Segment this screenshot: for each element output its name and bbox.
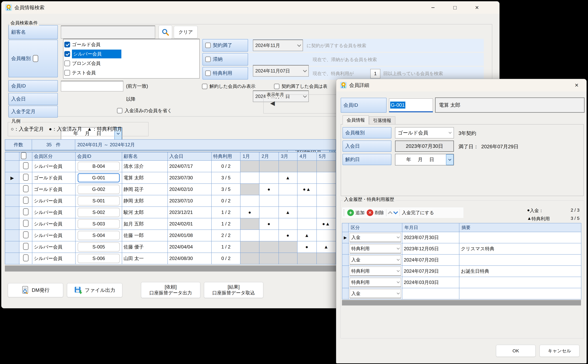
delete-button[interactable]: ✕ 削除 bbox=[367, 209, 384, 216]
history-date-cell[interactable]: 2024年07月20日 bbox=[402, 254, 459, 266]
member-id-cell[interactable]: S-006 bbox=[75, 253, 122, 264]
contract-end-checkbox[interactable] bbox=[205, 43, 211, 48]
history-kind-combo[interactable]: 特典利用 bbox=[350, 266, 401, 276]
cancel-button[interactable]: キャンセル bbox=[539, 345, 580, 357]
benefit-checkbox-box[interactable]: 特典利用 bbox=[203, 67, 248, 79]
row-checkbox-cell[interactable] bbox=[19, 218, 32, 230]
row-checkbox-cell[interactable] bbox=[19, 172, 32, 184]
row-checkbox[interactable] bbox=[23, 231, 28, 238]
row-checkbox[interactable] bbox=[23, 197, 28, 204]
row-selector[interactable] bbox=[5, 207, 19, 218]
history-kind-combo[interactable]: 入金 bbox=[350, 289, 401, 298]
table-row[interactable]: シルバー会員S-003如月 五郎2024/02/011 / 2●●▲ bbox=[5, 218, 336, 230]
row-checkbox-cell[interactable] bbox=[19, 195, 32, 207]
row-checkbox-cell[interactable] bbox=[19, 230, 32, 241]
history-row[interactable]: 入金 bbox=[342, 288, 581, 299]
history-row-selector[interactable] bbox=[342, 266, 349, 277]
detail-cancel-combo[interactable]: 年 月 日 bbox=[395, 154, 454, 165]
history-column-header-1[interactable]: 年月日 bbox=[402, 223, 459, 232]
row-checkbox-cell[interactable] bbox=[19, 207, 32, 218]
complete-payment-button[interactable]: 入金完了にする bbox=[402, 210, 434, 216]
cancelled-only-checkbox-row[interactable]: 解約した会員のみ表示 bbox=[202, 83, 256, 90]
history-row[interactable]: 特典利用2024年07月29日お誕生日特典 bbox=[342, 266, 581, 277]
member-id-button[interactable]: S-002 bbox=[78, 208, 119, 217]
move-up-icon[interactable] bbox=[388, 211, 392, 216]
contract-end-checkbox-box[interactable]: 契約満了 bbox=[203, 39, 248, 52]
history-date-cell[interactable]: 2023年07月30日 bbox=[402, 232, 459, 243]
member-type-option-0[interactable]: ゴールド会員 bbox=[64, 40, 198, 49]
history-note-cell[interactable]: クリスマス特典 bbox=[459, 243, 581, 254]
member-type-option-1[interactable]: シルバー会員 bbox=[64, 49, 198, 59]
column-header-9[interactable]: 5月 bbox=[317, 152, 336, 161]
member-id-button[interactable]: B-004 bbox=[78, 162, 119, 171]
member-id-cell[interactable]: S-005 bbox=[75, 241, 122, 253]
column-header-7[interactable]: 3月 bbox=[279, 152, 297, 161]
file-export-button[interactable]: ファイル出力 bbox=[67, 283, 122, 297]
row-checkbox[interactable] bbox=[23, 185, 28, 192]
row-selector[interactable] bbox=[5, 195, 19, 207]
history-row[interactable]: 特典利用2024年03月03日 bbox=[342, 277, 581, 288]
column-header-4[interactable]: 特典利用 bbox=[211, 152, 240, 161]
clear-button[interactable]: クリア bbox=[174, 26, 198, 39]
benefit-count-input[interactable]: 1 bbox=[370, 69, 380, 78]
member-type-option-checkbox[interactable] bbox=[64, 70, 70, 76]
row-checkbox-cell[interactable] bbox=[19, 241, 32, 253]
history-kind-cell[interactable]: 入金 bbox=[349, 254, 402, 266]
current-row-marker[interactable]: ▶ bbox=[5, 172, 19, 184]
member-id-button[interactable]: S-004 bbox=[78, 231, 119, 240]
column-header-8[interactable]: 4月 bbox=[297, 152, 317, 161]
history-row[interactable]: 入金2024年07月20日 bbox=[342, 254, 581, 266]
row-checkbox[interactable] bbox=[23, 243, 28, 250]
member-id-button[interactable]: G-001 bbox=[78, 173, 119, 182]
history-note-cell[interactable] bbox=[459, 232, 581, 243]
history-kind-cell[interactable]: 特典利用 bbox=[349, 266, 402, 277]
debit-request-button[interactable]: [依頼] 口座振替データ出力 bbox=[141, 282, 200, 298]
horizontal-scrollbar[interactable] bbox=[5, 266, 336, 272]
row-selector[interactable] bbox=[5, 184, 19, 195]
history-row[interactable]: 特典利用2023年12月05日クリスマス特典 bbox=[342, 243, 581, 254]
toolbar-grip[interactable] bbox=[344, 209, 344, 216]
table-row[interactable]: シルバー会員S-005佐藤 優子2024/04/041 / 2●▲ bbox=[5, 241, 336, 253]
detail-close-button[interactable]: × bbox=[568, 79, 585, 91]
contract-end-month-combo[interactable]: 2024年11月 bbox=[253, 39, 303, 51]
customer-name-input[interactable] bbox=[61, 26, 155, 39]
history-kind-cell[interactable]: 入金 bbox=[349, 288, 402, 299]
tab-member-info[interactable]: 会員情報 bbox=[343, 115, 369, 124]
history-date-cell[interactable]: 2024年07月29日 bbox=[402, 266, 459, 277]
table-row[interactable]: シルバー会員B-004清水 涼介2024/07/170 / 2 bbox=[5, 161, 336, 172]
dm-issue-button[interactable]: DM発行 bbox=[8, 283, 63, 297]
history-table[interactable]: 区分年月日摘要 ▶入金2023年07月30日特典利用2023年12月05日クリス… bbox=[342, 223, 581, 299]
member-id-button[interactable]: S-006 bbox=[78, 254, 119, 263]
history-column-header-0[interactable]: 区分 bbox=[349, 223, 402, 232]
member-id-input[interactable] bbox=[61, 81, 123, 91]
history-kind-combo[interactable]: 入金 bbox=[350, 255, 401, 265]
member-id-button[interactable]: S-005 bbox=[78, 242, 119, 252]
member-type-option-checkbox[interactable] bbox=[64, 60, 70, 66]
member-id-cell[interactable]: S-004 bbox=[75, 230, 122, 241]
table-row[interactable]: シルバー会員S-002駿河 太郎2023/12/211 / 2●▲ bbox=[5, 207, 336, 218]
member-id-cell[interactable]: G-001 bbox=[75, 172, 122, 184]
row-checkbox[interactable] bbox=[23, 174, 28, 181]
history-current-row-marker[interactable]: ▶ bbox=[342, 232, 349, 243]
member-id-button[interactable]: S-003 bbox=[78, 219, 119, 228]
history-kind-combo[interactable]: 特典利用 bbox=[350, 278, 401, 287]
detail-member-id-input[interactable]: G-001 bbox=[389, 98, 433, 112]
history-date-cell[interactable]: 2023年12月05日 bbox=[402, 243, 459, 254]
member-id-cell[interactable]: S-001 bbox=[75, 195, 122, 207]
row-selector[interactable] bbox=[5, 161, 19, 172]
history-note-cell[interactable] bbox=[459, 254, 581, 266]
row-selector[interactable] bbox=[5, 230, 19, 241]
table-row[interactable]: ▶ゴールド会員G-001電算 太郎2023/07/303 / 5▲ bbox=[5, 172, 336, 184]
prev-month-arrow-icon[interactable]: ◀ bbox=[270, 100, 275, 107]
row-checkbox-cell[interactable] bbox=[19, 184, 32, 195]
member-id-cell[interactable]: S-003 bbox=[75, 218, 122, 230]
expired-checkbox[interactable] bbox=[274, 84, 279, 89]
member-id-button[interactable]: S-001 bbox=[78, 196, 119, 205]
history-note-cell[interactable]: お誕生日特典 bbox=[459, 266, 581, 277]
history-row-selector[interactable] bbox=[342, 254, 349, 266]
row-checkbox[interactable] bbox=[23, 162, 28, 169]
maximize-button[interactable]: □ bbox=[447, 1, 463, 14]
results-table[interactable]: 会員区分会員ID顧客名入会日特典利用1月2月3月4月5月 シルバー会員B-004… bbox=[5, 152, 336, 264]
row-selector[interactable] bbox=[5, 253, 19, 264]
exclude-paid-checkbox-row[interactable]: 入金済みの会員を省く bbox=[117, 107, 172, 114]
